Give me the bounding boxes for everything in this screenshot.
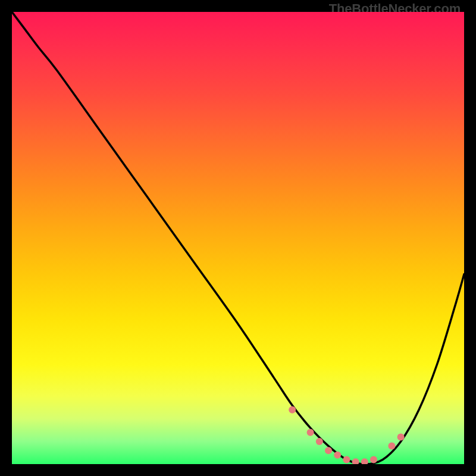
chart-frame: [12, 12, 464, 464]
chart-gradient-background: [12, 12, 464, 464]
